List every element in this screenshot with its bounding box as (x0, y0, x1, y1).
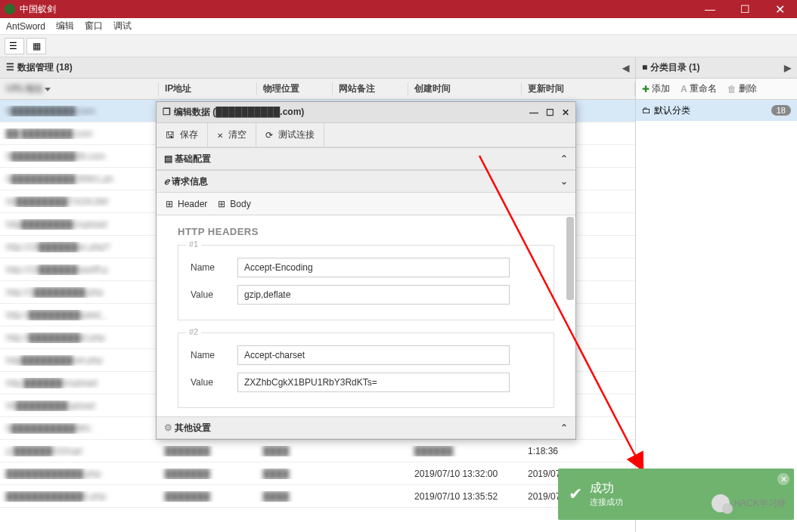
category-panel: ■ 分类目录 (1) ▶ ✚ 添加 A 重命名 🗑 删除 默认分类 18 (636, 57, 797, 532)
globe-icon (164, 176, 172, 187)
category-toolbar: ✚ 添加 A 重命名 🗑 删除 (636, 79, 797, 100)
request-sub-toolbar: Header Body (157, 193, 575, 215)
chevron-down-icon: ⌄ (560, 176, 568, 187)
titlebar: 中国蚁剑 — ☐ ✕ (0, 0, 797, 18)
collapse-left-icon[interactable]: ◀ (622, 63, 629, 73)
dialog-titlebar[interactable]: 编辑数据 (██████████.com) — ☐ ✕ (157, 102, 575, 123)
watermark: HACK学习呀 (712, 494, 786, 512)
toast-title: 成功 (590, 481, 623, 496)
header-group-1: #1 Name Value (178, 245, 554, 320)
scrollbar[interactable] (566, 217, 574, 415)
toast-subtitle: 连接成功 (590, 496, 623, 508)
view-toolbar (0, 35, 797, 57)
data-panel-header: 数据管理 (18) ◀ (0, 57, 635, 79)
list-icon (6, 62, 17, 73)
maximize-button[interactable]: ☐ (727, 0, 762, 18)
window-title: 中国蚁剑 (20, 3, 56, 16)
menubar: AntSword 编辑 窗口 调试 (0, 18, 797, 35)
wechat-icon (712, 494, 730, 512)
rename-category-button[interactable]: A 重命名 (681, 82, 717, 95)
col-ctime[interactable]: 创建时间 (408, 82, 522, 95)
save-button[interactable]: 保存 (157, 123, 208, 147)
add-body-button[interactable]: Body (218, 199, 250, 209)
toast-close-button[interactable]: ✕ (777, 473, 789, 485)
scrollbar-thumb[interactable] (566, 217, 574, 300)
delete-category-button[interactable]: 🗑 删除 (727, 82, 757, 95)
test-connection-button[interactable]: 测试连接 (256, 123, 324, 147)
chevron-up-icon: ⌃ (560, 422, 568, 433)
category-count-badge: 18 (771, 105, 791, 116)
request-body-area: HTTP HEADERS #1 Name Value #2 Name Value (157, 215, 575, 416)
view-grid-button[interactable] (26, 38, 46, 54)
header-group-2: #2 Name Value (178, 332, 554, 408)
header2-name-input[interactable] (237, 345, 510, 365)
plus-icon (218, 199, 227, 209)
table-header: URL地址 IP地址 物理位置 网站备注 创建时间 更新时间 (0, 79, 635, 100)
view-list-button[interactable] (5, 38, 24, 54)
header1-name-input[interactable] (237, 258, 510, 277)
chevron-up-icon: ⌃ (560, 153, 568, 164)
dialog-maximize[interactable]: ☐ (546, 107, 554, 118)
col-note[interactable]: 网站备注 (333, 82, 408, 95)
add-header-button[interactable]: Header (166, 199, 207, 209)
check-icon: ✔ (569, 484, 582, 504)
plus-icon (166, 199, 175, 209)
data-panel-title: 数据管理 (18) (17, 62, 73, 73)
header2-value-input[interactable] (237, 373, 510, 392)
header1-value-input[interactable] (237, 285, 510, 305)
col-loc[interactable]: 物理位置 (257, 82, 333, 95)
col-ip[interactable]: IP地址 (159, 82, 257, 95)
section-basic-config[interactable]: 基础配置 ⌃ (157, 147, 575, 170)
menu-debug[interactable]: 调试 (113, 20, 132, 32)
dialog-toolbar: 保存 清空 测试连接 (157, 123, 575, 147)
group-label-2: #2 (186, 327, 201, 336)
window-icon (163, 107, 174, 117)
group-label-1: #1 (186, 240, 201, 249)
category-panel-title: 分类目录 (1) (650, 62, 700, 73)
col-utime[interactable]: 更新时间 (522, 82, 635, 95)
edit-data-dialog: 编辑数据 (██████████.com) — ☐ ✕ 保存 清空 测试连接 基… (156, 101, 576, 440)
gear-icon (164, 422, 172, 433)
category-panel-header: ■ 分类目录 (1) ▶ (636, 57, 797, 79)
category-item-default[interactable]: 默认分类 18 (636, 100, 797, 121)
col-url[interactable]: URL地址 (0, 82, 159, 95)
table-row[interactable]: ████████████.php███████████2019/07/10 13… (0, 462, 635, 485)
dialog-title: 编辑数据 (██████████.com) (174, 107, 304, 117)
clear-button[interactable]: 清空 (208, 123, 256, 147)
close-button[interactable]: ✕ (762, 0, 797, 18)
section-request-info[interactable]: 请求信息 ⌄ (157, 170, 575, 193)
app-logo-icon (5, 4, 15, 14)
table-row[interactable]: ████████████n.php███████████2019/07/10 1… (0, 485, 635, 508)
folder-icon: ■ (642, 62, 647, 73)
table-row[interactable]: p:██████010/upl█████████████████1:18:36 (0, 440, 635, 462)
minimize-button[interactable]: — (693, 0, 727, 18)
clear-icon (217, 130, 225, 141)
watermark-text: HACK学习呀 (734, 497, 786, 510)
collapse-right-icon[interactable]: ▶ (784, 63, 791, 73)
dialog-close[interactable]: ✕ (562, 107, 569, 118)
menu-window[interactable]: 窗口 (85, 20, 103, 32)
dialog-minimize[interactable]: — (529, 107, 538, 118)
section-other-settings[interactable]: 其他设置 ⌃ (157, 416, 575, 439)
add-category-button[interactable]: ✚ 添加 (642, 82, 670, 95)
folder-icon (642, 105, 654, 116)
http-headers-heading: HTTP HEADERS (178, 226, 568, 237)
save-icon (166, 130, 177, 141)
menu-edit[interactable]: 编辑 (56, 20, 74, 32)
menu-antsword[interactable]: AntSword (6, 21, 45, 32)
spinner-icon (265, 130, 275, 141)
file-icon (164, 153, 175, 164)
